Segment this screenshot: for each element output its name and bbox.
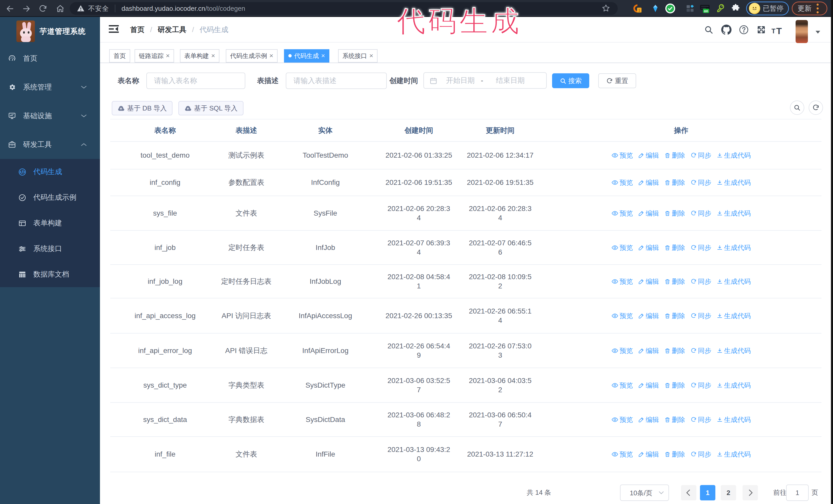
svg-text:1: 1 xyxy=(638,8,640,12)
svg-text:on: on xyxy=(704,9,708,13)
svg-text:T: T xyxy=(771,27,776,34)
svg-text:T: T xyxy=(776,26,782,35)
